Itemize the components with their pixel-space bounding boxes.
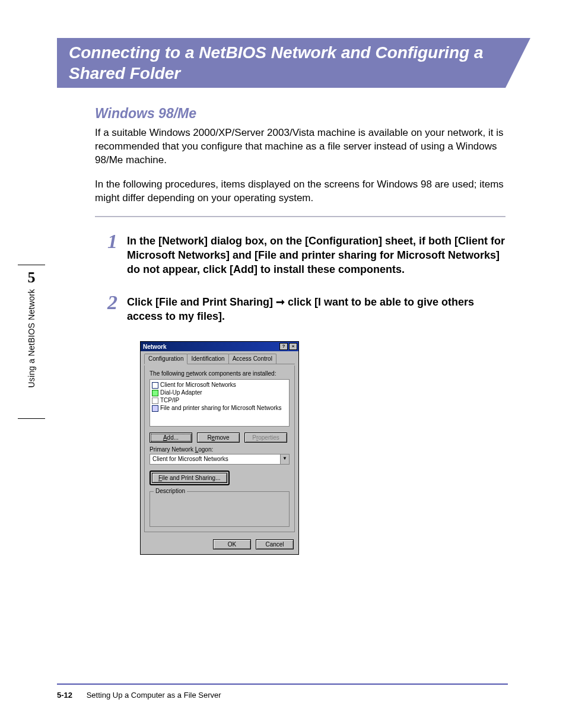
- tab-identification[interactable]: Identification: [187, 354, 228, 364]
- arrow-icon: ➞: [276, 296, 285, 308]
- step-1-number: 1: [95, 231, 127, 252]
- network-dialog-screenshot: Network ? × Configuration Identification…: [140, 341, 510, 555]
- help-button[interactable]: ?: [279, 343, 288, 350]
- file-print-sharing-button[interactable]: File and Print Sharing...: [152, 473, 227, 483]
- components-label: The following network components are ins…: [150, 370, 290, 377]
- configuration-panel: The following network components are ins…: [144, 365, 295, 532]
- file-print-sharing-highlight: File and Print Sharing...: [150, 471, 230, 485]
- adapter-icon: [152, 390, 158, 396]
- footer-rule: [57, 684, 508, 685]
- list-item[interactable]: Client for Microsoft Networks: [152, 381, 287, 389]
- add-button[interactable]: Add...: [150, 433, 192, 443]
- intro-paragraph-1: If a suitable Windows 2000/XP/Server 200…: [95, 126, 510, 167]
- page-title-banner: Connecting to a NetBIOS Network and Conf…: [57, 38, 505, 88]
- step-1-text: In the [Network] dialog box, on the [Con…: [127, 234, 510, 277]
- step-2-number: 2: [95, 293, 127, 313]
- client-icon: [152, 382, 158, 389]
- step-2-text: Click [File and Print Sharing] ➞ click […: [127, 295, 510, 324]
- description-groupbox: Description: [150, 491, 290, 527]
- page-title: Connecting to a NetBIOS Network and Conf…: [69, 42, 491, 84]
- properties-button[interactable]: Properties: [244, 433, 287, 443]
- cancel-button[interactable]: Cancel: [256, 539, 294, 549]
- dialog-body: Configuration Identification Access Cont…: [141, 351, 298, 536]
- footer-section-title: Setting Up a Computer as a File Server: [87, 691, 221, 700]
- primary-logon-value: Client for Microsoft Networks: [150, 454, 280, 464]
- network-dialog: Network ? × Configuration Identification…: [140, 341, 299, 555]
- components-listbox[interactable]: Client for Microsoft Networks Dial-Up Ad…: [150, 379, 290, 427]
- tab-access-control[interactable]: Access Control: [228, 354, 276, 364]
- separator-line: [95, 216, 505, 217]
- primary-logon-label: Primary Network Logon:: [150, 446, 290, 453]
- chevron-down-icon[interactable]: ▼: [280, 454, 289, 464]
- page-footer: 5-12 Setting Up a Computer as a File Ser…: [57, 691, 221, 700]
- list-item[interactable]: TCP/IP: [152, 396, 287, 404]
- step-2: 2 Click [File and Print Sharing] ➞ click…: [95, 295, 510, 324]
- remove-button[interactable]: Remove: [197, 433, 240, 443]
- chapter-label: Using a NetBIOS Network: [27, 289, 36, 387]
- dialog-titlebar: Network ? ×: [141, 342, 298, 351]
- list-item[interactable]: File and printer sharing for Microsoft N…: [152, 404, 287, 412]
- content-area: Windows 98/Me If a suitable Windows 2000…: [95, 106, 510, 555]
- close-button[interactable]: ×: [289, 343, 297, 350]
- tab-configuration[interactable]: Configuration: [144, 354, 187, 364]
- chapter-side-tab: 5 Using a NetBIOS Network: [18, 265, 45, 419]
- protocol-icon: [152, 398, 158, 404]
- intro-paragraph-2: In the following procedures, items displ…: [95, 178, 510, 205]
- dialog-footer: OK Cancel: [141, 536, 298, 554]
- service-icon: [152, 405, 158, 412]
- list-item[interactable]: Dial-Up Adapter: [152, 389, 287, 396]
- os-subheading: Windows 98/Me: [95, 106, 510, 122]
- primary-logon-combo[interactable]: Client for Microsoft Networks ▼: [150, 454, 290, 465]
- chapter-number: 5: [28, 269, 36, 287]
- step-2-text-a: Click [File and Print Sharing]: [127, 296, 276, 308]
- component-buttons: Add... Remove Properties: [150, 433, 290, 443]
- description-legend: Description: [154, 488, 187, 494]
- dialog-title: Network: [143, 344, 166, 350]
- step-1: 1 In the [Network] dialog box, on the [C…: [95, 234, 510, 277]
- page-number: 5-12: [57, 691, 72, 700]
- ok-button[interactable]: OK: [213, 539, 251, 549]
- tab-strip: Configuration Identification Access Cont…: [144, 354, 295, 364]
